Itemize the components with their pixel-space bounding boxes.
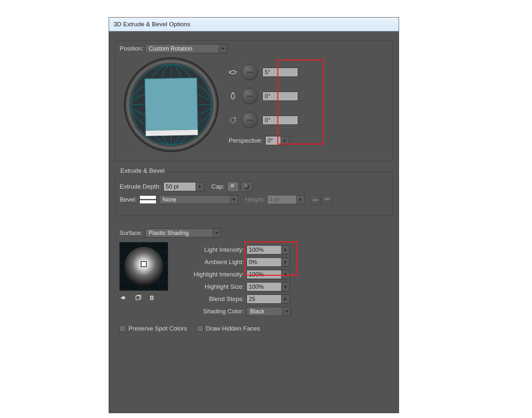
preserve-spot-checkbox[interactable] <box>119 325 126 332</box>
svg-point-12 <box>231 93 235 99</box>
z-rotation-dial[interactable] <box>242 112 258 128</box>
shading-color-value: Black <box>247 307 283 316</box>
chevron-right-icon <box>284 261 287 264</box>
blend-steps-field[interactable]: 25 <box>247 295 282 304</box>
chevron-down-icon <box>232 199 236 201</box>
cap-label: Cap: <box>212 183 227 190</box>
z-axis-row: 0° <box>229 112 298 128</box>
chevron-down-icon <box>215 232 218 234</box>
extrude-legend: Extrude & Bevel <box>118 167 166 174</box>
shading-color-dropdown[interactable]: Black <box>247 307 291 316</box>
chevron-right-icon <box>299 198 302 201</box>
z-rotation-field[interactable]: 0° <box>262 116 298 125</box>
rotation-trackball[interactable] <box>123 56 220 153</box>
perspective-label: Perspective: <box>229 137 265 144</box>
position-dropdown-value: Custom Rotation <box>145 44 219 53</box>
group-position: Position: Custom Rotation <box>115 41 393 161</box>
new-light-button[interactable] <box>134 294 143 302</box>
bevel-dropdown-button[interactable] <box>230 195 238 204</box>
svg-rect-9 <box>145 78 198 131</box>
perspective-stepper[interactable] <box>281 136 289 145</box>
group-surface: Surface: Plastic Shading <box>115 226 393 343</box>
highlight-size-stepper[interactable] <box>282 282 290 291</box>
dialog-3d-extrude-bevel: 3D Extrude & Bevel Options Position: Cus… <box>109 17 399 413</box>
group-extrude-bevel: Extrude & Bevel Extrude Depth: 50 pt Cap… <box>115 172 393 215</box>
y-axis-row: 0° <box>229 88 298 104</box>
highlight-intensity-field[interactable]: 100% <box>247 270 282 279</box>
bevel-height-stepper <box>296 195 305 204</box>
bevel-dropdown-value: None <box>159 195 230 204</box>
bevel-dropdown[interactable]: None <box>159 195 238 204</box>
surface-label: Surface: <box>119 229 145 237</box>
chevron-down-icon <box>285 310 288 313</box>
chevron-right-icon <box>284 273 287 276</box>
light-intensity-field[interactable]: 100% <box>247 245 282 254</box>
y-rotation-field[interactable]: 0° <box>262 92 298 101</box>
chevron-right-icon <box>199 185 201 188</box>
svg-rect-14 <box>136 296 140 300</box>
chevron-right-icon <box>284 285 287 288</box>
shading-color-dropdown-button[interactable] <box>283 307 291 316</box>
highlight-intensity-label: Highlight Intensity: <box>175 271 247 278</box>
highlight-size-field[interactable]: 100% <box>247 282 282 291</box>
cap-on-button[interactable] <box>227 181 239 192</box>
ambient-light-label: Ambient Light: <box>175 259 247 266</box>
ambient-light-stepper[interactable] <box>282 258 290 267</box>
rotate-z-icon <box>229 116 237 124</box>
shading-color-label: Shading Color: <box>175 308 247 315</box>
surface-dropdown-value: Plastic Shading <box>145 228 213 238</box>
chevron-right-icon <box>284 139 286 142</box>
chevron-right-icon <box>284 248 287 251</box>
bevel-label: Bevel: <box>120 196 139 203</box>
rotate-x-icon <box>229 68 237 76</box>
surface-dropdown[interactable]: Plastic Shading <box>145 228 221 238</box>
light-preview[interactable] <box>119 242 168 291</box>
light-intensity-label: Light Intensity: <box>175 246 247 253</box>
extrude-depth-field[interactable]: 50 pt <box>163 182 196 191</box>
move-light-back-button[interactable] <box>120 294 129 302</box>
preserve-spot-label: Preserve Spot Colors <box>128 325 187 332</box>
perspective-field[interactable]: 0° <box>265 136 281 145</box>
light-preview-column <box>119 242 168 302</box>
light-marker-icon[interactable] <box>141 261 147 267</box>
draw-hidden-label: Draw Hidden Faces <box>206 325 260 332</box>
bevel-height-field: 4 pt <box>267 195 296 204</box>
bevel-height-label: Height: <box>245 196 267 203</box>
svg-rect-10 <box>146 130 198 136</box>
highlight-intensity-stepper[interactable] <box>282 270 290 279</box>
blend-steps-stepper[interactable] <box>282 295 290 304</box>
x-rotation-field[interactable]: 5° <box>262 68 298 77</box>
cap-solid-icon <box>230 184 236 190</box>
bevel-swatch <box>139 195 156 204</box>
highlight-size-label: Highlight Size: <box>175 283 247 290</box>
x-rotation-dial[interactable] <box>242 64 258 80</box>
bevel-extent-out-button <box>322 195 332 204</box>
extrude-depth-stepper[interactable] <box>196 182 204 191</box>
svg-point-11 <box>230 71 236 74</box>
blend-steps-label: Blend Steps: <box>175 296 247 303</box>
cap-hollow-icon <box>244 184 249 190</box>
chevron-down-icon <box>221 48 224 50</box>
extrude-depth-label: Extrude Depth: <box>120 183 163 190</box>
position-label: Position: <box>120 45 145 52</box>
ambient-light-field[interactable]: 0% <box>247 258 282 267</box>
delete-light-button[interactable] <box>147 294 156 302</box>
x-axis-row: 5° <box>229 64 298 80</box>
light-intensity-stepper[interactable] <box>282 245 290 254</box>
draw-hidden-checkbox[interactable] <box>197 325 203 332</box>
surface-dropdown-button[interactable] <box>213 228 221 238</box>
position-dropdown-button[interactable] <box>219 44 227 53</box>
window-title: 3D Extrude & Bevel Options <box>114 21 190 28</box>
chevron-right-icon <box>284 297 287 301</box>
position-dropdown[interactable]: Custom Rotation <box>145 44 227 53</box>
bevel-extent-in-button <box>310 195 320 204</box>
y-rotation-dial[interactable] <box>242 88 258 104</box>
cap-off-button[interactable] <box>241 181 252 192</box>
rotate-y-icon <box>229 92 237 100</box>
svg-point-13 <box>230 118 236 123</box>
window-title-bar: 3D Extrude & Bevel Options <box>109 17 399 31</box>
